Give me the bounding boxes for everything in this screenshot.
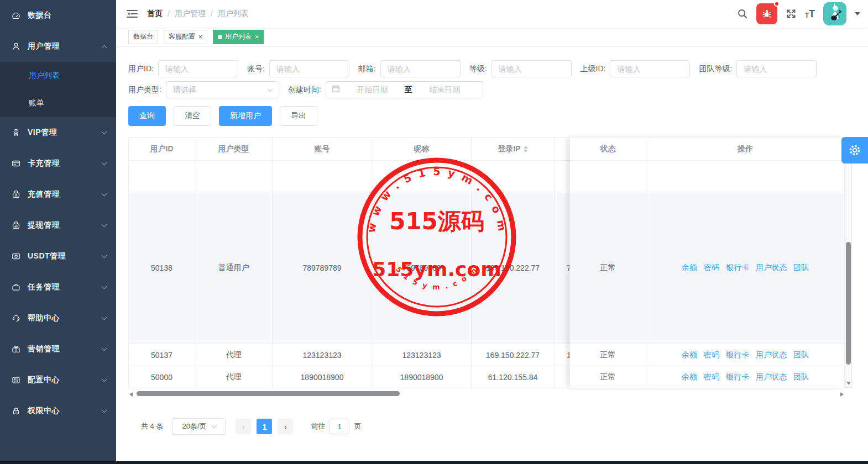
user-id-input[interactable] xyxy=(158,60,238,77)
tab-service-config[interactable]: 客服配置 × xyxy=(164,30,207,44)
avatar-dropdown-caret[interactable] xyxy=(855,12,860,15)
user-status-link[interactable]: 用户状态 xyxy=(756,372,787,382)
active-dot-icon xyxy=(218,35,222,39)
horizontal-scrollbar-thumb[interactable] xyxy=(137,391,400,396)
team-link[interactable]: 团队 xyxy=(793,372,809,382)
font-size-icon[interactable]: TT xyxy=(805,9,815,19)
scroll-left-icon[interactable] xyxy=(129,392,133,397)
navbar-actions: TT xyxy=(737,2,860,25)
sidebar-item-config-center[interactable]: 配置中心 xyxy=(0,365,116,396)
clear-button[interactable]: 清空 xyxy=(174,106,211,126)
avatar[interactable] xyxy=(823,2,846,25)
config-icon xyxy=(11,375,21,385)
bank-card-link[interactable]: 银行卡 xyxy=(726,372,749,382)
chevron-down-icon xyxy=(102,191,107,197)
gear-icon xyxy=(848,143,862,157)
sidebar: 数据台 用户管理 用户列表 账单 VIP管理 xyxy=(0,0,116,464)
page-1-button[interactable]: 1 xyxy=(257,419,272,434)
password-link[interactable]: 密码 xyxy=(704,350,719,360)
sidebar-collapse-icon[interactable] xyxy=(126,8,138,20)
search-button[interactable]: 查询 xyxy=(128,106,166,126)
level-input[interactable] xyxy=(491,60,572,77)
search-icon[interactable] xyxy=(737,8,748,19)
tab-dashboard[interactable]: 数据台 xyxy=(128,30,158,44)
status-badge: 正常 xyxy=(570,344,646,366)
table-row xyxy=(570,161,845,192)
add-user-button[interactable]: 新增用户 xyxy=(219,106,272,126)
end-date-field[interactable]: 结束日期 xyxy=(412,85,477,95)
user-type-select[interactable]: 请选择 xyxy=(166,81,279,98)
sidebar-item-usdt-mgmt[interactable]: USDT管理 xyxy=(0,241,116,272)
breadcrumb: 首页 / 用户管理 / 用户列表 xyxy=(147,9,249,19)
usdt-icon xyxy=(11,251,21,261)
sidebar-item-dashboard[interactable]: 数据台 xyxy=(0,0,116,31)
status-badge: 正常 xyxy=(570,366,646,388)
password-link[interactable]: 密码 xyxy=(704,263,719,273)
sidebar-item-permission-center[interactable]: 权限中心 xyxy=(0,396,116,426)
account-input[interactable] xyxy=(269,60,349,77)
team-link[interactable]: 团队 xyxy=(793,350,809,360)
sidebar-item-vip-mgmt[interactable]: VIP管理 xyxy=(0,117,116,148)
sidebar-item-marketing-mgmt[interactable]: 营销管理 xyxy=(0,334,116,365)
sidebar-item-card-recharge[interactable]: 卡充管理 xyxy=(0,148,116,179)
horizontal-scrollbar[interactable] xyxy=(128,391,845,398)
user-status-link[interactable]: 用户状态 xyxy=(756,350,787,360)
close-icon[interactable]: × xyxy=(255,33,259,41)
scroll-right-icon[interactable] xyxy=(840,392,844,397)
toolbar: 查询 清空 新增用户 导出 xyxy=(128,106,868,126)
chevron-down-icon xyxy=(102,160,107,166)
notification-dot xyxy=(774,1,780,7)
email-input[interactable] xyxy=(380,60,461,77)
bank-card-link[interactable]: 银行卡 xyxy=(726,350,749,360)
chevron-down-icon xyxy=(102,315,107,320)
balance-link[interactable]: 余额 xyxy=(682,372,697,382)
error-log-button[interactable] xyxy=(756,3,777,24)
pagination: 共 4 条 20条/页 ‹ 1 › 前往 页 xyxy=(128,418,868,435)
fullscreen-icon[interactable] xyxy=(786,8,797,19)
date-range-picker[interactable]: 开始日期 至 结束日期 xyxy=(326,81,483,98)
sidebar-item-user-list[interactable]: 用户列表 xyxy=(0,62,116,89)
chevron-up-icon xyxy=(102,45,107,50)
parent-id-input[interactable] xyxy=(610,60,690,77)
table-row: 正常 余额 密码 银行卡 用户状态 团队 xyxy=(570,192,845,344)
table-row: 正常 余额 密码 银行卡 用户状态 团队 xyxy=(570,344,845,366)
navbar: 首页 / 用户管理 / 用户列表 TT xyxy=(116,0,868,28)
chevron-down-icon xyxy=(102,253,107,259)
next-page-button[interactable]: › xyxy=(278,419,293,434)
user-status-link[interactable]: 用户状态 xyxy=(756,263,787,273)
table-row: 正常 余额 密码 银行卡 用户状态 团队 xyxy=(570,366,845,388)
sidebar-item-user-mgmt[interactable]: 用户管理 xyxy=(0,31,116,62)
breadcrumb-home[interactable]: 首页 xyxy=(147,9,163,19)
page-size-select[interactable]: 20条/页 xyxy=(172,418,226,435)
close-icon[interactable]: × xyxy=(198,33,202,41)
vertical-scrollbar-thumb[interactable] xyxy=(846,242,851,365)
sort-icon[interactable] xyxy=(524,146,528,152)
sidebar-item-help-center[interactable]: 帮助中心 xyxy=(0,303,116,334)
bank-card-link[interactable]: 银行卡 xyxy=(726,263,749,273)
total-count: 共 4 条 xyxy=(141,421,163,431)
prev-page-button[interactable]: ‹ xyxy=(236,419,251,434)
permission-icon xyxy=(11,406,21,416)
breadcrumb-user-mgmt[interactable]: 用户管理 xyxy=(175,9,206,19)
goto-page-input[interactable] xyxy=(330,419,349,434)
status-badge: 正常 xyxy=(570,192,646,344)
sidebar-item-recharge-mgmt[interactable]: 充值管理 xyxy=(0,179,116,210)
content: 用户ID: 账号: 邮箱: 等级: 上级ID: xyxy=(116,46,868,435)
password-link[interactable]: 密码 xyxy=(704,372,719,382)
vertical-scrollbar[interactable] xyxy=(845,137,852,388)
sidebar-item-bills[interactable]: 账单 xyxy=(0,89,116,117)
balance-link[interactable]: 余额 xyxy=(682,263,697,273)
export-button[interactable]: 导出 xyxy=(280,106,317,126)
chevron-down-icon xyxy=(102,222,107,228)
sidebar-item-withdraw-mgmt[interactable]: 提现管理 xyxy=(0,210,116,241)
sidebar-item-task-mgmt[interactable]: 任务管理 xyxy=(0,272,116,303)
team-level-input[interactable] xyxy=(736,60,817,77)
team-link[interactable]: 团队 xyxy=(793,263,809,273)
scroll-down-icon[interactable] xyxy=(846,382,851,385)
start-date-field[interactable]: 开始日期 xyxy=(340,85,405,95)
chevron-down-icon xyxy=(102,346,107,351)
tab-user-list[interactable]: 用户列表 × xyxy=(213,30,264,44)
balance-link[interactable]: 余额 xyxy=(682,350,697,360)
theme-settings-button[interactable] xyxy=(841,137,868,164)
user-table: 用户ID 用户类型 账号 昵称 登录IP xyxy=(128,137,851,388)
